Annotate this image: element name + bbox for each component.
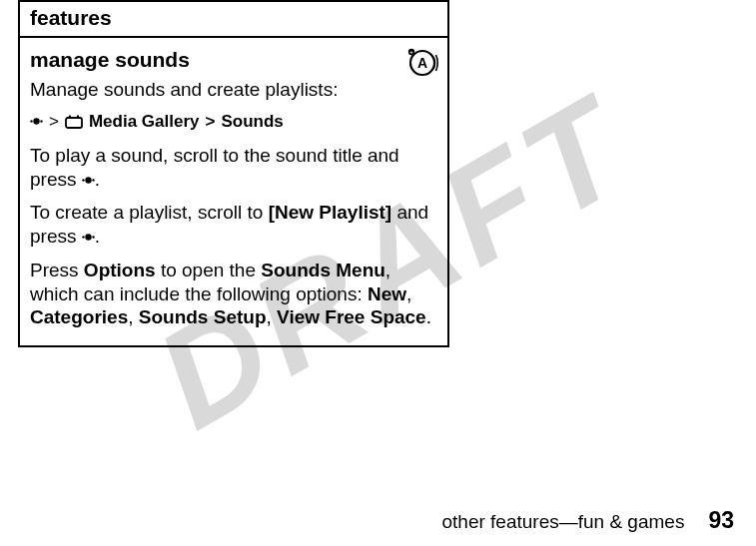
comma1: , [406,283,411,304]
new-playlist-label: [New Playlist] [269,202,392,223]
svg-text:+: + [409,49,413,55]
sounds-menu-label: Sounds Menu [261,260,385,280]
footer-section: other features—fun & games [441,511,684,533]
svg-point-14 [82,237,84,239]
comma2: , [128,306,139,327]
svg-rect-8 [69,115,71,118]
nav-sounds: Sounds [221,112,283,132]
center-key-icon-2 [82,174,95,187]
options-label: Options [84,260,156,280]
table-header-cell: features [19,1,448,37]
nav-gt-1: > [49,112,59,132]
a-badge-icon: A + [405,46,439,80]
table-content-cell: A + manage sounds Manage sounds and crea… [19,37,448,346]
nav-media-gallery: Media Gallery [89,112,200,132]
center-key-icon [30,115,43,128]
svg-rect-7 [66,118,82,128]
play-text-b: . [95,169,100,190]
svg-point-10 [85,177,91,183]
playlist-instruction: To create a playlist, scroll to [New Pla… [30,201,437,249]
opt-new: New [368,283,406,304]
options-a: Press [30,260,84,280]
table-header-text: features [30,6,112,29]
opt-categories: Categories [30,306,128,327]
playlist-c: . [95,226,100,247]
features-table: features A + manage sounds Manage sounds [18,0,449,347]
media-gallery-icon [65,115,83,129]
play-instruction: To play a sound, scroll to the sound tit… [30,144,437,192]
options-period: . [426,306,431,327]
section-title: manage sounds [30,48,437,72]
svg-point-5 [30,121,32,123]
svg-point-6 [40,121,42,123]
opt-setup: Sounds Setup [139,306,267,327]
svg-point-4 [33,119,39,125]
nav-path: > Media Gallery > Sounds [30,112,437,132]
options-instruction: Press Options to open the Sounds Menu, w… [30,259,437,329]
playlist-a: To create a playlist, scroll to [30,202,269,223]
nav-gt-2: > [206,112,216,132]
svg-rect-9 [77,115,79,118]
page-container: features A + manage sounds Manage sounds [0,0,756,546]
page-number: 93 [708,507,734,534]
opt-free: View Free Space [277,306,426,327]
page-footer: other features—fun & games 93 [441,507,734,534]
comma3: , [267,306,278,327]
svg-text:A: A [417,55,427,71]
center-key-icon-3 [82,231,95,244]
intro-text: Manage sounds and create playlists: [30,78,437,102]
svg-point-13 [85,235,91,241]
options-b: to open the [156,260,262,280]
svg-point-11 [82,179,84,181]
